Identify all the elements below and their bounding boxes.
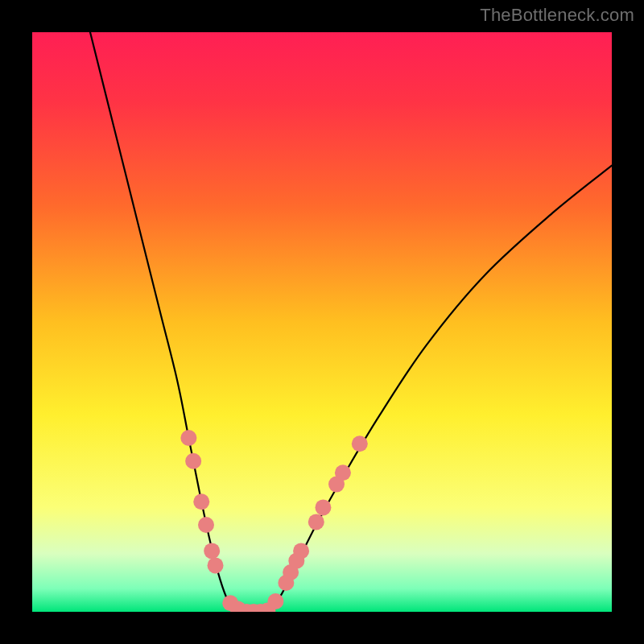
scatter-dot: [335, 464, 351, 481]
scatter-dot: [267, 593, 283, 609]
scatter-dot: [315, 499, 331, 515]
scatter-dot: [198, 517, 214, 533]
scatter-dot: [204, 543, 220, 559]
scatter-dot: [185, 453, 201, 469]
scatter-dot: [352, 436, 368, 452]
scatter-dot: [180, 430, 196, 446]
scatter-dot: [308, 514, 324, 530]
scatter-dot: [293, 543, 309, 559]
chart-frame: TheBottleneck.com: [0, 0, 644, 644]
chart-svg: [32, 32, 612, 612]
plot-area: [32, 32, 612, 612]
watermark-text: TheBottleneck.com: [480, 5, 634, 26]
scatter-dot: [193, 493, 209, 510]
scatter-dot: [208, 557, 224, 573]
